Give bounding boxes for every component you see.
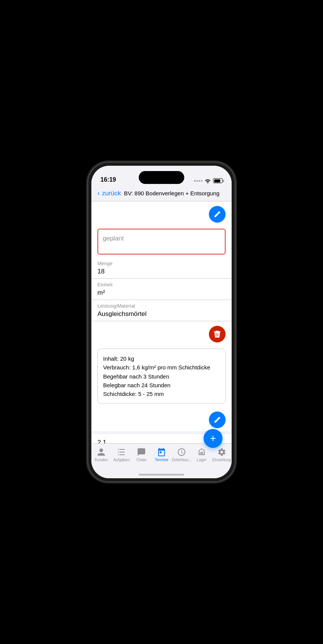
content-area[interactable]: geplant Menge 18 Einheit m² Leistung/Mat…	[91, 201, 232, 443]
einheit-label: Einheit	[97, 282, 226, 287]
chevron-left-icon: ‹	[97, 189, 100, 197]
ruler-icon-bottom	[213, 416, 221, 424]
phone-frame: 16:19 ‹ zurück	[88, 162, 235, 482]
ruler-icon-top	[213, 210, 221, 218]
calendar-icon	[157, 448, 166, 457]
menge-label: Menge	[97, 261, 226, 266]
list-icon	[117, 448, 126, 457]
tab-label-termine: Termine	[155, 458, 168, 462]
fab-add-button[interactable]: +	[204, 429, 223, 448]
measure-btn-row-top	[91, 201, 232, 226]
home-indicator	[91, 471, 232, 478]
tab-label-zeiterfass: Zeiterfass...	[172, 458, 191, 462]
tab-label-kunden: Kunden	[95, 458, 108, 462]
measure-button-bottom[interactable]	[209, 412, 226, 428]
tab-label-einstellung: Einstellung	[212, 458, 231, 462]
delete-btn-row	[91, 321, 232, 346]
tab-item-termine[interactable]: Termine	[152, 447, 172, 462]
menge-value: 18	[97, 268, 226, 275]
leistung-row: Leistung/Material Ausgleichsmörtel	[91, 300, 232, 321]
warehouse-icon	[197, 448, 206, 457]
einheit-value: m²	[97, 289, 226, 297]
phone-screen: 16:19 ‹ zurück	[91, 166, 232, 478]
tab-item-chats[interactable]: Chats	[132, 447, 152, 462]
trash-icon	[213, 330, 221, 338]
status-icons	[194, 178, 223, 183]
planned-input-field[interactable]: geplant	[97, 229, 226, 254]
signal-icon	[194, 180, 202, 182]
wifi-icon	[205, 179, 211, 183]
measure-button-top[interactable]	[209, 206, 226, 223]
back-label: zurück	[102, 190, 121, 197]
tab-item-einstellung[interactable]: Einstellung	[212, 447, 232, 462]
leistung-value: Ausgleichsmörtel	[97, 310, 226, 318]
tab-item-kunden[interactable]: Kunden	[91, 447, 111, 462]
einheit-row: Einheit m²	[91, 279, 232, 300]
settings-icon	[217, 448, 226, 457]
home-bar	[139, 474, 184, 476]
measure-btn-row-bottom	[91, 407, 232, 431]
nav-bar: ‹ zurück BV: 890 Bodenverlegen + Entsorg…	[91, 186, 232, 201]
tab-item-zeiterfass[interactable]: Zeiterfass...	[171, 447, 191, 462]
delete-button[interactable]	[209, 326, 226, 342]
tab-item-lager[interactable]: Lager	[191, 447, 212, 462]
leistung-label: Leistung/Material	[97, 303, 226, 309]
menge-row: Menge 18	[91, 258, 232, 279]
chat-icon	[137, 448, 146, 457]
battery-icon	[213, 178, 223, 183]
tab-label-chats: Chats	[136, 458, 146, 462]
notes-box[interactable]: Inhalt: 20 kg Verbrauch: 1,6 kg/m² pro m…	[97, 349, 226, 404]
tab-item-aufgaben[interactable]: Aufgaben	[111, 447, 132, 462]
dynamic-island	[139, 171, 184, 184]
plus-icon: +	[210, 433, 216, 444]
tab-label-aufgaben: Aufgaben	[113, 458, 130, 462]
planned-input-text: geplant	[103, 235, 124, 242]
clock-icon	[177, 448, 186, 457]
nav-title: BV: 890 Bodenverlegen + Entsorgung	[124, 190, 220, 196]
person-icon	[97, 448, 106, 457]
notes-text: Inhalt: 20 kg Verbrauch: 1,6 kg/m² pro m…	[103, 354, 220, 398]
tab-label-lager: Lager	[197, 458, 207, 462]
back-button[interactable]: ‹ zurück	[97, 189, 121, 197]
